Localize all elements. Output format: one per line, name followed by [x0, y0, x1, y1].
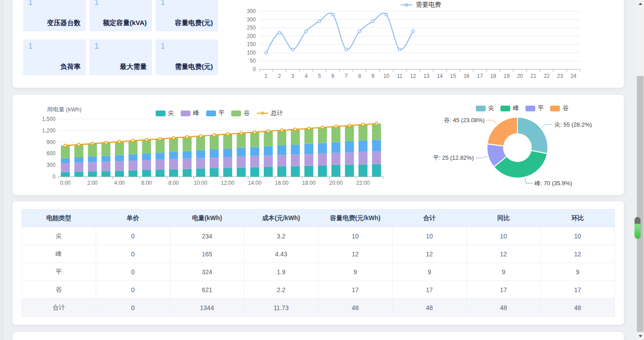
svg-text:14: 14: [437, 73, 443, 79]
scrollbar[interactable]: [636, 0, 644, 340]
table-row: 尖02343.210101010: [22, 227, 615, 245]
down-triangle-icon: [639, 335, 642, 337]
svg-text:10: 10: [383, 73, 390, 79]
table-cell: 1.9: [244, 263, 318, 281]
legend-swatch: [525, 106, 535, 111]
line-chart-legend[interactable]: 需要电费: [242, 1, 600, 9]
table-cell: 17: [541, 281, 615, 299]
stat-card-grid: 1变压器台数1额定容量(kVA)1容量电费(元)1负荷率1最大需量1需量电费(元…: [23, 0, 218, 75]
donut-chart-canvas[interactable]: 尖: 55 (28.2%)峰: 70 (35.9%)平: 25 (12.82%)…: [423, 102, 622, 193]
table-cell: 合计: [22, 299, 96, 317]
bar-chart-canvas[interactable]: 03006009001,2001,5000:002:004:006:008:00…: [40, 112, 398, 189]
demand-fee-line-chart[interactable]: 需要电费 05010015020025030035012345678910111…: [231, 0, 589, 81]
legend-item-峰[interactable]: 峰: [500, 104, 519, 112]
table-cell: 12: [318, 245, 393, 263]
svg-text:4:00: 4:00: [114, 180, 125, 186]
svg-text:350: 350: [247, 8, 256, 14]
svg-text:200: 200: [247, 33, 256, 39]
energy-donut-chart[interactable]: 尖: 55 (28.2%)峰: 70 (35.9%)平: 25 (12.82%)…: [423, 102, 622, 193]
legend-swatch: [206, 110, 216, 116]
svg-text:22: 22: [544, 73, 550, 79]
svg-text:12: 12: [410, 73, 416, 79]
table-cell: 谷: [22, 281, 96, 299]
stat-card: 1额定容量(kVA): [89, 0, 152, 31]
svg-text:16: 16: [463, 73, 470, 79]
svg-text:19: 19: [504, 73, 510, 79]
svg-text:24: 24: [570, 73, 576, 79]
bar-chart-legend[interactable]: 尖峰平谷总计: [40, 109, 398, 117]
line-chart-canvas[interactable]: 0501001502002503003501234567891011121314…: [231, 0, 589, 81]
svg-text:0: 0: [253, 66, 256, 72]
legend-swatch: [231, 110, 241, 116]
svg-text:21: 21: [530, 73, 537, 79]
legend-item-谷[interactable]: 谷: [231, 109, 250, 117]
svg-text:15: 15: [450, 73, 457, 79]
table-cell: 48: [466, 299, 541, 317]
table-cell: 1344: [170, 299, 244, 317]
svg-text:1,200: 1,200: [42, 128, 55, 134]
legend-item-尖[interactable]: 尖: [476, 104, 495, 112]
table-cell: 0: [96, 263, 170, 281]
scroll-position-green-marker: [635, 217, 640, 238]
table-cell: 10: [466, 227, 541, 245]
stat-card-label: 容量电费(元): [175, 19, 213, 27]
up-triangle-icon: [639, 3, 642, 5]
stat-card-value: 1: [161, 42, 165, 51]
table-cell: 10: [541, 227, 615, 245]
svg-text:11: 11: [397, 73, 402, 79]
legend-item-谷[interactable]: 谷: [550, 104, 569, 112]
svg-text:0: 0: [52, 174, 55, 180]
legend-item-平[interactable]: 平: [525, 104, 544, 112]
svg-text:300: 300: [47, 162, 55, 168]
legend-item-label: 平: [538, 104, 544, 112]
energy-table-panel: 电能类型单价电量(kWh)成本(元/kWh)容量电费(元/kWh)合计同比环比尖…: [13, 201, 624, 325]
scrollbar-thumb[interactable]: [637, 76, 644, 332]
stat-card: 1需量电费(元): [156, 39, 218, 75]
svg-text:600: 600: [47, 150, 55, 157]
energy-cost-table: 电能类型单价电量(kWh)成本(元/kWh)容量电费(元/kWh)合计同比环比尖…: [21, 209, 615, 317]
svg-text:1: 1: [265, 73, 268, 79]
next-section-panel: [13, 332, 624, 340]
table-header-cell: 同比: [466, 209, 541, 227]
stat-card-value: 1: [94, 0, 99, 7]
legend-swatch: [500, 106, 510, 111]
energy-panel: 用电量 (kWh) 尖峰平谷总计 03006009001,2001,5000:0…: [13, 95, 624, 195]
table-header-cell: 容量电费(元/kWh): [318, 209, 393, 227]
scroll-down-arrow[interactable]: [636, 332, 644, 340]
stat-card-label: 变压器台数: [47, 19, 80, 27]
table-cell: 3.2: [244, 227, 318, 245]
legend-swatch: [476, 106, 486, 111]
legend-item-峰[interactable]: 峰: [181, 109, 199, 117]
svg-text:300: 300: [247, 17, 256, 23]
table-header-cell: 电量(kWh): [170, 209, 244, 227]
svg-text:4: 4: [305, 73, 308, 79]
svg-text:9: 9: [372, 73, 375, 79]
legend-item-label: 峰: [513, 104, 519, 112]
legend-item-label: 峰: [193, 109, 199, 117]
legend-item-total[interactable]: 总计: [257, 109, 283, 117]
stat-card-value: 1: [161, 0, 165, 7]
energy-stacked-bar-chart[interactable]: 03006009001,2001,5000:002:004:006:008:00…: [40, 112, 398, 189]
legend-item-label: 尖: [488, 104, 495, 112]
table-row: 合计0134411.7348484848: [22, 299, 615, 317]
donut-chart-legend[interactable]: 尖峰平谷: [423, 104, 622, 112]
table-cell: 2.2: [244, 281, 318, 299]
table-cell: 峰: [22, 245, 96, 263]
legend-item-尖[interactable]: 尖: [156, 109, 174, 117]
table-cell: 0: [96, 227, 170, 245]
table-cell: 17: [318, 281, 393, 299]
table-cell: 12: [541, 245, 615, 263]
table-cell: 48: [392, 299, 466, 317]
legend-item-label: 谷: [244, 109, 250, 117]
table-row: 峰01654.4312121212: [22, 245, 615, 263]
svg-text:50: 50: [250, 58, 256, 64]
legend-item-平[interactable]: 平: [206, 109, 225, 117]
svg-text:2: 2: [278, 73, 281, 79]
stat-card: 1变压器台数: [23, 0, 86, 31]
table-cell: 4.43: [244, 245, 318, 263]
svg-text:尖: 55 (28.2%): 尖: 55 (28.2%): [555, 121, 592, 128]
table-cell: 9: [466, 263, 541, 281]
table-cell: 0: [96, 299, 170, 317]
table-row: 谷06212.217171717: [22, 281, 615, 299]
scroll-up-arrow[interactable]: [636, 0, 644, 8]
